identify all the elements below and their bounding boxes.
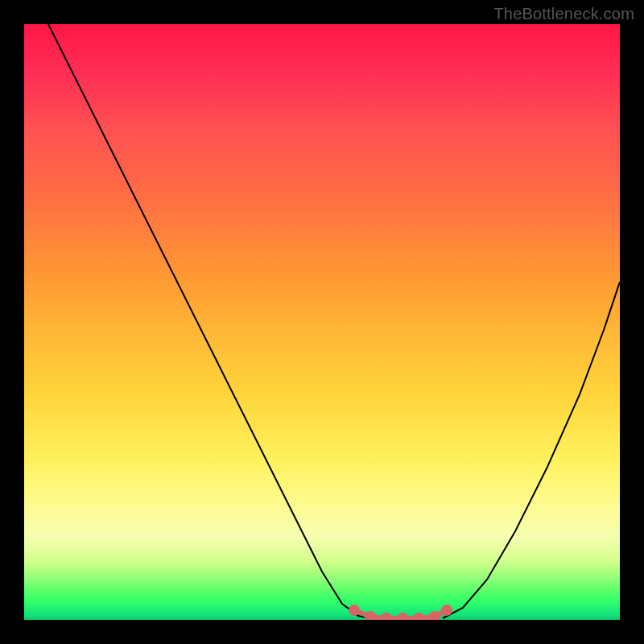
marker-dot xyxy=(381,613,392,620)
marker-dot xyxy=(441,605,452,616)
curve-right-curve xyxy=(443,282,620,618)
chart-container: TheBottleneck.com xyxy=(0,0,644,644)
marker-dot xyxy=(349,605,360,616)
curve-left-curve xyxy=(48,24,370,618)
marker-dot xyxy=(413,613,424,620)
plot-area xyxy=(24,24,620,620)
marker-dot xyxy=(397,613,408,620)
marker-dot xyxy=(365,611,376,620)
watermark-text: TheBottleneck.com xyxy=(493,5,634,23)
curve-overlay xyxy=(24,24,620,620)
